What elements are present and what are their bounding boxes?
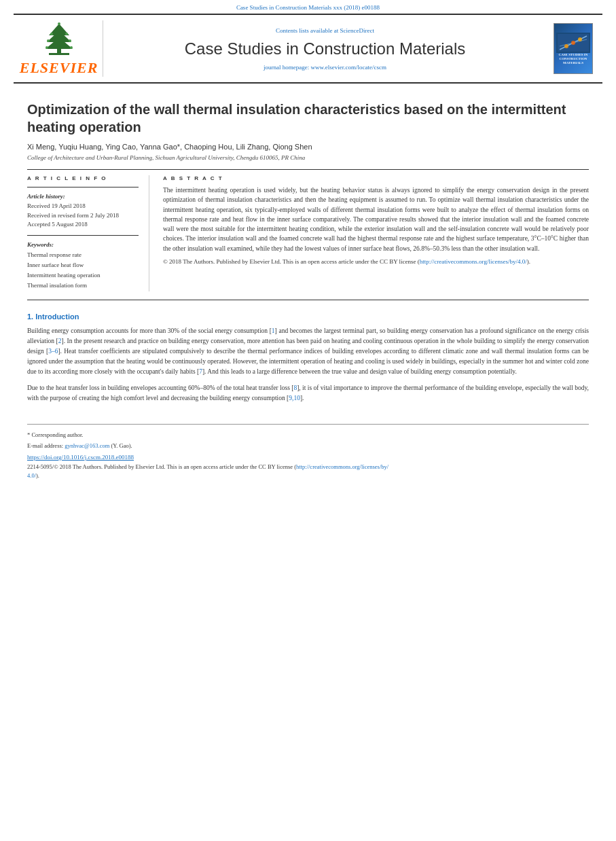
authors-text: Xi Meng, Yuqiu Huang, Ying Cao, Yanna Ga…: [27, 143, 312, 151]
doi-link[interactable]: https://doi.org/10.1016/j.cscm.2018.e001…: [27, 454, 589, 461]
elsevier-tree-icon: [35, 20, 83, 58]
authors: Xi Meng, Yuqiu Huang, Ying Cao, Yanna Ga…: [27, 143, 589, 151]
svg-point-7: [47, 39, 50, 42]
received-date: Received 19 April 2018: [27, 202, 139, 211]
cover-graphic-icon: [556, 33, 590, 53]
article-title: Optimization of the wall thermal insulat…: [27, 101, 589, 136]
svg-point-6: [65, 33, 68, 35]
journal-cover-thumbnail: CASE STUDIES INCONSTRUCTIONMATERIALS: [547, 20, 594, 77]
journal-title-section: Contents lists available at ScienceDirec…: [103, 20, 547, 77]
keyword-3: Intermittent heating operation: [27, 270, 139, 281]
introduction-section: 1. Introduction Building energy consumpt…: [27, 312, 589, 404]
article-info-label: A R T I C L E I N F O: [27, 175, 139, 181]
divider-article-info: [27, 187, 139, 187]
received-revised-date: Received in revised form 2 July 2018: [27, 211, 139, 221]
divider-2: [27, 300, 589, 300]
page-wrapper: Case Studies in Construction Materials x…: [0, 0, 616, 841]
svg-point-5: [50, 33, 53, 35]
elsevier-logo-section: ELSEVIER: [22, 20, 103, 77]
corresponding-note: * Corresponding author.: [27, 431, 589, 440]
email-note: E-mail address: gynhvac@163.com (Y. Gao)…: [27, 442, 589, 450]
journal-ref-text: Case Studies in Construction Materials x…: [236, 4, 380, 11]
svg-point-11: [58, 22, 60, 25]
sciencedirect-link: Contents lists available at ScienceDirec…: [113, 27, 537, 34]
divider-1: [27, 169, 589, 170]
ref-8[interactable]: 8: [293, 384, 297, 391]
svg-marker-4: [46, 37, 73, 49]
abstract-text: The intermittent heating operation is us…: [163, 185, 589, 266]
svg-point-8: [69, 39, 71, 42]
elsevier-wordmark: ELSEVIER: [20, 59, 98, 77]
divider-keywords: [27, 235, 139, 236]
email-link[interactable]: gynhvac@163.com: [65, 442, 109, 449]
journal-homepage: journal homepage: www.elsevier.com/locat…: [113, 64, 537, 71]
svg-point-18: [578, 37, 582, 41]
article-info-column: A R T I C L E I N F O Article history: R…: [27, 175, 149, 291]
article-history-text: Received 19 April 2018 Received in revis…: [27, 202, 139, 230]
ref-3-6[interactable]: 3–6: [48, 348, 58, 355]
accepted-date: Accepted 5 August 2018: [27, 220, 139, 230]
journal-header: ELSEVIER Contents lists available at Sci…: [14, 14, 602, 84]
keywords-label: Keywords:: [27, 241, 139, 248]
sciencedirect-text[interactable]: ScienceDirect: [340, 27, 374, 34]
keyword-4: Thermal insulation form: [27, 281, 139, 291]
top-ref-bar: Case Studies in Construction Materials x…: [0, 0, 616, 14]
abstract-paragraph: The intermittent heating operation is us…: [163, 185, 589, 253]
footer-issn-text: 2214-5095/© 2018 The Authors. Published …: [27, 463, 589, 480]
two-col-section: A R T I C L E I N F O Article history: R…: [27, 175, 589, 291]
cover-title-text: CASE STUDIES INCONSTRUCTIONMATERIALS: [559, 53, 588, 65]
copyright-link[interactable]: http://creativecommons.org/licenses/by/4…: [420, 258, 527, 265]
svg-rect-1: [49, 53, 69, 55]
ref-7[interactable]: 7: [199, 368, 202, 375]
cover-image: CASE STUDIES INCONSTRUCTIONMATERIALS: [554, 23, 593, 74]
affiliation: College of Architecture and Urban-Rural …: [27, 154, 589, 161]
journal-title: Case Studies in Construction Materials: [113, 39, 537, 58]
main-content: Optimization of the wall thermal insulat…: [0, 84, 616, 493]
copyright-text: © 2018 The Authors. Published by Elsevie…: [163, 257, 589, 266]
ref-9-10[interactable]: 9,10: [289, 395, 300, 401]
intro-para-2: Due to the heat transfer loss in buildin…: [27, 383, 589, 404]
keyword-1: Thermal response rate: [27, 250, 139, 260]
intro-title: 1. Introduction: [27, 312, 589, 321]
intro-para-1: Building energy consumption accounts for…: [27, 326, 589, 378]
svg-point-10: [70, 46, 73, 49]
homepage-url[interactable]: www.elsevier.com/locate/cscm: [311, 64, 386, 71]
footer-area: * Corresponding author. E-mail address: …: [27, 424, 589, 480]
svg-point-17: [571, 41, 575, 45]
footer-cc-link[interactable]: http://creativecommons.org/licenses/by/: [296, 463, 388, 470]
abstract-label: A B S T R A C T: [163, 175, 589, 181]
footer-cc-link-2[interactable]: 4.0/: [27, 472, 36, 479]
svg-point-9: [46, 46, 48, 49]
ref-2[interactable]: 2: [58, 338, 62, 344]
abstract-column: A B S T R A C T The intermittent heating…: [163, 175, 589, 291]
svg-point-16: [564, 44, 568, 48]
keywords-list: Thermal response rate Inner surface heat…: [27, 250, 139, 291]
keyword-2: Inner surface heat flow: [27, 260, 139, 270]
ref-1[interactable]: 1: [272, 327, 275, 334]
article-history-label: Article history:: [27, 193, 139, 200]
